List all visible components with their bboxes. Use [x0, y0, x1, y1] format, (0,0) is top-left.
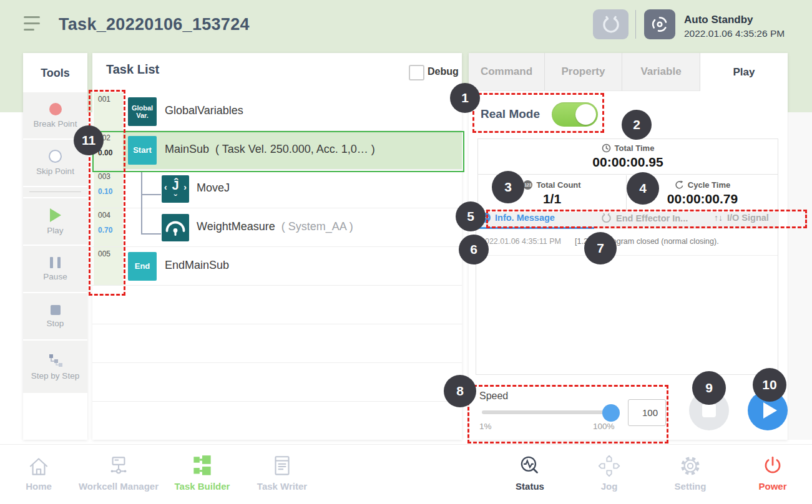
line-time: 0.70: [98, 226, 123, 235]
tab-variable[interactable]: Variable: [622, 53, 700, 91]
real-mode-label: Real Mode: [481, 107, 540, 121]
nav-status[interactable]: Status: [492, 453, 567, 492]
line-number-cell: 004 0.70: [94, 208, 123, 246]
speed-max-label: 100%: [593, 422, 615, 431]
speed-value-input[interactable]: [628, 399, 666, 426]
tree-connector: [141, 233, 161, 235]
stop-label: Stop: [47, 319, 64, 328]
total-time-label: Total Time: [602, 143, 655, 153]
nav-task-writer[interactable]: Task Writer: [245, 453, 320, 492]
callout-7: 7: [584, 232, 617, 264]
row-label: MainSub ( Task Vel. 250.000, Acc. 1,0… ): [165, 143, 375, 156]
skip-point-label: Skip Point: [36, 167, 74, 176]
status-icon: [517, 453, 543, 479]
speed-slider-thumb[interactable]: [602, 404, 620, 422]
callout-3: 3: [492, 171, 524, 203]
count-icon: 123: [523, 180, 532, 190]
nav-workcell-manager[interactable]: Workcell Manager: [72, 453, 165, 492]
gripper-icon: [602, 15, 620, 34]
real-mode-toggle[interactable]: [552, 102, 598, 127]
setting-icon: [677, 453, 703, 479]
power-icon: [760, 453, 786, 479]
tab-io-signal[interactable]: ↑↓ I/O Signal: [714, 213, 769, 223]
row-label: GlobalVariables: [165, 104, 243, 117]
nav-task-builder[interactable]: Task Builder: [165, 453, 240, 492]
line-number: 004: [98, 211, 123, 220]
empty-task-row: [92, 363, 462, 402]
task-list-panel: Task List Debug 001 Global Var. GlobalVa…: [92, 53, 462, 440]
task-row-globalvariables[interactable]: 001 Global Var. GlobalVariables: [92, 92, 462, 131]
row-command: MainSub: [165, 143, 209, 155]
right-edge-strip: [788, 112, 812, 440]
step-by-step-label: Step by Step: [31, 371, 79, 380]
home-icon: [26, 453, 52, 479]
badge-text: Start: [133, 146, 152, 155]
speed-label: Speed: [479, 390, 508, 402]
workcell-manager-icon: [105, 453, 132, 479]
line-number: 003: [98, 172, 123, 181]
stats-box: Total Time 00:00:00.95 123 Total Count 1…: [477, 138, 778, 211]
speed-slider-track[interactable]: [482, 410, 619, 414]
message-list: 2022.01.06 4:35:11 PM [1.2345] program c…: [476, 229, 778, 375]
row-label: WeightMeasure ( System_AA ): [197, 220, 353, 233]
pause-icon: [50, 257, 61, 268]
movej-icon: Ĵ ‹ › ˇ: [162, 175, 189, 203]
speed-min-label: 1%: [479, 422, 492, 431]
total-count-label: 123 Total Count: [523, 180, 580, 190]
robot-mode-button[interactable]: [644, 9, 675, 39]
tab-info-message[interactable]: Info. Message: [481, 213, 555, 223]
callout-1: 1: [450, 83, 480, 113]
play-label: Play: [47, 226, 63, 235]
row-label: EndMainSub: [165, 259, 229, 272]
task-row-weightmeasure[interactable]: 004 0.70 WeightMeasure ( System_AA ): [92, 208, 462, 247]
task-writer-icon: [269, 453, 295, 479]
callout-2: 2: [622, 110, 652, 140]
message-timestamp: 2022.01.06 4:35:11 PM: [481, 237, 561, 246]
line-number-cell: 001: [94, 92, 123, 130]
step-by-step-icon: [49, 354, 62, 367]
skip-point-icon: [49, 150, 62, 163]
row-command: WeightMeasure: [197, 220, 275, 233]
tree-connector: [141, 194, 161, 195]
global-var-badge: Global Var.: [128, 97, 157, 126]
stop-square-icon: [702, 404, 716, 417]
callout-4: 4: [627, 172, 659, 205]
debug-checkbox[interactable]: [409, 65, 424, 80]
hamburger-menu-icon[interactable]: [24, 16, 40, 31]
step-by-step-button[interactable]: Step by Step: [23, 341, 87, 393]
tab-play[interactable]: Play: [700, 53, 788, 91]
callout-10: 10: [753, 368, 786, 402]
tab-command[interactable]: Command: [469, 53, 545, 91]
cycle-time-label: Cycle Time: [675, 180, 730, 190]
row-detail: ( Task Vel. 250.000, Acc. 1,0… ): [215, 143, 375, 155]
callout-11: 11: [74, 125, 104, 155]
tools-divider: [29, 191, 81, 192]
nav-power[interactable]: Power: [735, 453, 810, 492]
nav-setting[interactable]: Setting: [653, 453, 728, 492]
badge-text: Global: [132, 104, 153, 112]
task-row-movej[interactable]: 003 0.10 Ĵ ‹ › ˇ MoveJ: [92, 170, 462, 208]
tools-divider-block: [23, 187, 87, 197]
total-time-value: 00:00:00.95: [592, 155, 663, 170]
stop-tool-button[interactable]: Stop: [23, 293, 87, 339]
weight-measure-icon: [162, 214, 189, 241]
callout-6: 6: [459, 235, 489, 264]
nav-jog[interactable]: Jog: [572, 453, 647, 492]
tab-property[interactable]: Property: [545, 53, 622, 91]
play-tool-button[interactable]: Play: [23, 198, 87, 245]
start-badge: Start: [128, 136, 157, 165]
clock-icon: [602, 143, 611, 153]
swirl-icon: [650, 15, 669, 34]
task-row-mainsub-selected[interactable]: 002 0.00 Start MainSub ( Task Vel. 250.0…: [92, 131, 462, 170]
cycle-time-value: 00:00:00.79: [667, 191, 738, 206]
jog-icon: [596, 453, 622, 479]
end-effector-button[interactable]: [593, 9, 629, 39]
right-tab-bar: Command Property Variable Play: [469, 53, 788, 91]
callout-5: 5: [456, 201, 486, 231]
nav-home[interactable]: Home: [7, 453, 70, 492]
task-row-endmainsub[interactable]: 005 End EndMainSub: [92, 247, 462, 286]
tab-end-effector[interactable]: End Effector In...: [601, 213, 688, 223]
line-number: 001: [98, 95, 123, 104]
task-builder-icon: [189, 453, 215, 479]
pause-button[interactable]: Pause: [23, 246, 87, 292]
